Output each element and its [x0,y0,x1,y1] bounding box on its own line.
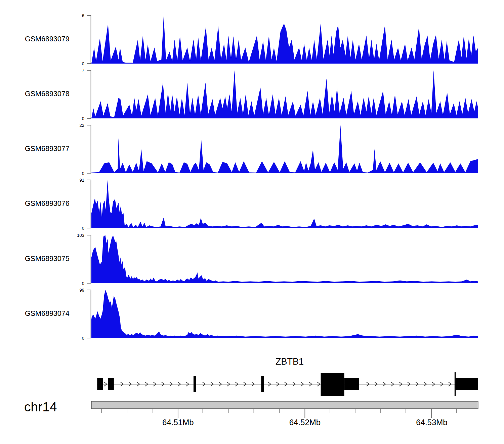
track-label-5: GSM6893075 [25,255,70,263]
gene-exon [456,378,478,390]
axis-tick-label: 64.52Mb [289,418,321,427]
gene-exon [97,378,103,390]
axis-tick-label: 64.53Mb [416,418,447,427]
coverage-area [91,235,478,283]
track-label-2: GSM6893078 [25,90,70,98]
y-axis-zero-label: 0 [82,116,84,121]
coverage-area [91,180,478,228]
y-axis-max-label: 103 [77,233,84,238]
coverage-area [91,125,478,173]
chromosome-bar [91,401,478,409]
y-axis-max-label: 99 [80,288,84,293]
y-axis-max-label: 7 [82,68,84,73]
y-axis-max-label: 22 [80,123,84,128]
y-axis-bracket [87,235,91,283]
y-axis-bracket [87,15,91,64]
chromosome-label: chr14 [24,400,57,414]
gene-name-label: ZBTB1 [276,357,304,367]
y-axis-zero-label: 0 [82,226,84,231]
y-axis-zero-label: 0 [82,336,84,341]
gene-exon [108,378,114,390]
y-axis-zero-label: 0 [82,61,84,66]
track-label-1: GSM6893079 [25,35,70,43]
coverage-area [91,15,478,64]
track-label-3: GSM6893077 [25,145,70,153]
y-axis-zero-label: 0 [82,281,84,286]
coverage-area [91,290,478,338]
y-axis-bracket [87,180,91,228]
y-axis-bracket [87,125,91,173]
y-axis-zero-label: 0 [82,171,84,176]
genome-tracks-canvas: 6070220910103099064.51Mb64.52Mb64.53Mb [0,0,504,444]
axis-tick-label: 64.51Mb [162,418,194,427]
y-axis-bracket [87,70,91,118]
track-label-6: GSM6893074 [25,309,70,318]
gene-exon [344,378,359,390]
y-axis-max-label: 6 [82,13,84,18]
gene-cds [321,373,344,396]
track-label-4: GSM6893076 [25,199,70,208]
gene-exon_tall [261,376,264,392]
gene-line [455,372,456,396]
coverage-area [91,70,478,118]
y-axis-max-label: 91 [80,178,84,183]
genome-browser-figure: 6070220910103099064.51Mb64.52Mb64.53Mb G… [0,0,504,444]
y-axis-bracket [87,290,91,338]
gene-exon_tall [194,376,196,392]
